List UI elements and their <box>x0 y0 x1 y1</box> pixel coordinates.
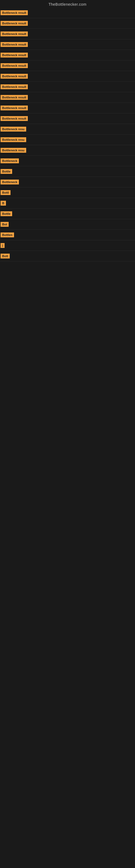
list-item: Bottleneck <box>0 156 135 166</box>
list-item: Bot <box>0 219 135 230</box>
bottleneck-badge: Bottle <box>1 169 12 174</box>
list-item: Bottleneck result <box>0 8 135 18</box>
bottleneck-badge: Bottleneck result <box>1 74 28 79</box>
bottleneck-badge: Bottle <box>1 211 12 216</box>
list-item: Bottle <box>0 166 135 177</box>
bottleneck-badge: Bottleneck result <box>1 21 28 26</box>
bottleneck-badge: Bottleneck result <box>1 10 28 15</box>
list-item: Bottleneck result <box>0 50 135 61</box>
list-item: Bottleneck result <box>0 61 135 71</box>
bottleneck-badge: Bot <box>1 222 9 227</box>
bottleneck-badge: Bottleneck result <box>1 31 28 36</box>
bottleneck-badge: Bottlen <box>1 232 14 237</box>
list-item: Bottleneck <box>0 177 135 187</box>
bottleneck-list: Bottleneck resultBottleneck resultBottle… <box>0 8 135 533</box>
list-item: Bott <box>0 251 135 261</box>
list-item: Bottleneck resu <box>0 134 135 145</box>
bottleneck-badge: Bottleneck resu <box>1 148 26 153</box>
list-item: Bottleneck result <box>0 39 135 50</box>
bottleneck-badge: Bottleneck result <box>1 95 28 100</box>
list-item: B <box>0 198 135 209</box>
list-item: Bottleneck resu <box>0 145 135 156</box>
bottleneck-badge: Bott <box>1 254 10 258</box>
list-item: Bottleneck result <box>0 103 135 113</box>
list-item: Bottleneck result <box>0 82 135 92</box>
bottleneck-badge: Bottleneck <box>1 158 19 163</box>
bottleneck-badge: Bottleneck resu <box>1 137 26 142</box>
bottleneck-badge: Bottleneck result <box>1 84 28 89</box>
bottleneck-badge: | <box>1 243 5 248</box>
bottleneck-badge: Bottleneck result <box>1 53 28 58</box>
site-title: TheBottlenecker.com <box>0 0 135 8</box>
list-item: Bottleneck result <box>0 113 135 124</box>
list-item: | <box>0 240 135 251</box>
list-item: Bottl <box>0 187 135 198</box>
bottleneck-badge: Bottleneck resu <box>1 127 26 131</box>
bottleneck-badge: Bottleneck result <box>1 105 28 111</box>
bottleneck-badge: B <box>1 201 6 206</box>
bottleneck-badge: Bottleneck result <box>1 42 28 47</box>
bottleneck-badge: Bottl <box>1 190 10 195</box>
bottleneck-badge: Bottleneck result <box>1 116 28 121</box>
list-item: Bottleneck result <box>0 71 135 82</box>
list-item: Bottleneck result <box>0 18 135 29</box>
list-item: Bottle <box>0 209 135 219</box>
list-item: Bottleneck result <box>0 29 135 39</box>
list-item: Bottleneck resu <box>0 124 135 134</box>
bottleneck-badge: Bottleneck result <box>1 63 28 68</box>
bottleneck-badge: Bottleneck <box>1 180 19 184</box>
list-item: Bottlen <box>0 230 135 240</box>
site-header: TheBottlenecker.com <box>0 0 135 8</box>
list-item: Bottleneck result <box>0 92 135 103</box>
